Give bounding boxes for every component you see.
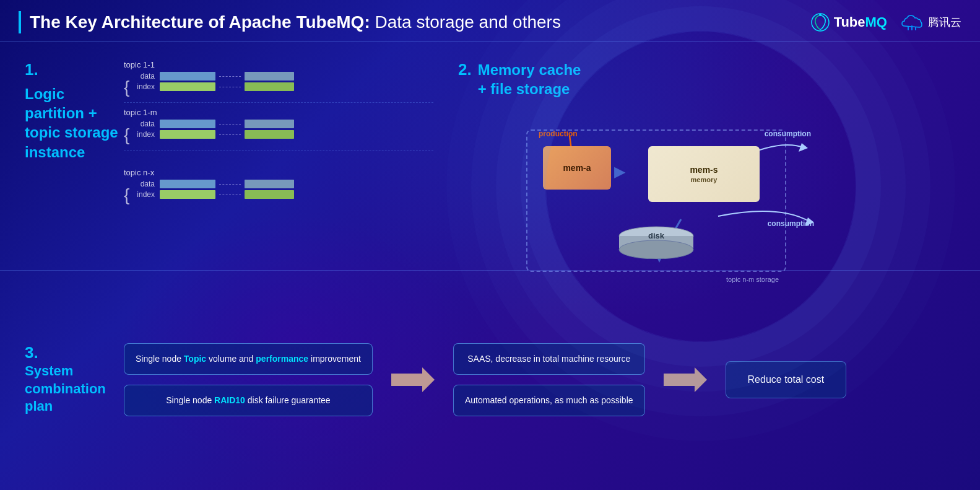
box4-text: Automated operations, as much as possibl… — [465, 395, 633, 405]
topic-1-1-index-row: index — [136, 82, 433, 91]
index-bars-nx — [160, 190, 294, 199]
tencent-logo-text: 腾讯云 — [928, 15, 961, 30]
tubemq-logo-text: TubeMQ — [834, 14, 887, 30]
bar-7 — [160, 130, 215, 139]
reduce-cost-text: Reduce total cost — [748, 374, 825, 385]
topic-n-x-rows: data index — [124, 180, 433, 199]
flow-arrow-2 — [657, 364, 713, 395]
svg-point-1 — [819, 14, 822, 16]
svg-point-0 — [812, 14, 829, 31]
bar-9 — [160, 180, 215, 188]
mem-arrow: ▶ — [614, 163, 625, 180]
box1-perf-highlight: performance — [256, 354, 308, 364]
bar-dash-4 — [219, 134, 241, 135]
bar-2 — [245, 72, 294, 81]
topic-n-x-data-row: data — [136, 180, 433, 188]
box1-plain2: volume and — [206, 354, 256, 364]
topic-n-x-label: topic n-x — [124, 168, 433, 177]
slide: The Key Architecture of Apache TubeMQ: D… — [0, 0, 980, 490]
mem-s-box: mem-s memory — [648, 146, 760, 202]
data-bars-nx — [160, 180, 294, 188]
svg-text:disk: disk — [648, 231, 665, 240]
mem-a-box: mem-a — [543, 146, 611, 190]
flow-arrow-1 — [385, 364, 441, 395]
mem-a-label: mem-a — [563, 163, 591, 173]
data-label: data — [136, 72, 155, 81]
box1-topic-highlight: Topic — [184, 354, 206, 364]
reduce-cost-box: Reduce total cost — [726, 361, 847, 398]
section-2-number: 2. — [458, 60, 472, 79]
tubemq-logo-icon — [810, 12, 830, 32]
separator-2 — [124, 150, 433, 151]
box1-plain3: improvement — [308, 354, 361, 364]
bar-6 — [245, 120, 294, 128]
topic-group-nx: topic n-x data inde — [124, 168, 433, 199]
flow-column-2: SAAS, decrease in total machine resource… — [453, 343, 645, 416]
bar-dash-3 — [219, 124, 241, 125]
flow-box-1: Single node Topic volume and performance… — [124, 343, 373, 375]
topic-1-m-index-row: index — [136, 130, 433, 139]
separator-1 — [124, 102, 433, 103]
tencent-logo: 腾讯云 — [900, 12, 961, 32]
arrow-svg-2 — [664, 364, 707, 395]
bar-10 — [245, 180, 294, 188]
index-label: index — [136, 82, 155, 91]
section-2-title: Memory cache + file storage — [478, 60, 581, 98]
section-3-label: 3. System combination plan — [25, 343, 111, 416]
topic-1-1-data-row: data — [136, 72, 433, 81]
flow-box-2: Single node RAID10 disk failure guarante… — [124, 385, 373, 416]
logic-partition-section: 1. Logic partition + topic storage insta… — [0, 42, 446, 270]
data-bars — [160, 72, 294, 81]
svg-marker-4 — [799, 143, 808, 152]
topic-group-1: topic 1-1 data inde — [124, 60, 433, 91]
bar-1 — [160, 72, 215, 81]
bar-5 — [160, 120, 215, 128]
arrow-svg-1 — [391, 364, 435, 395]
topic-n-x-index-row: index — [136, 190, 433, 199]
bar-11 — [160, 190, 215, 199]
title-bar-decoration — [19, 11, 21, 33]
flow-column-1: Single node Topic volume and performance… — [124, 343, 373, 416]
memory-cache-section: 2. Memory cache + file storage — [446, 42, 980, 270]
topic-1-m-rows: data index — [124, 120, 433, 139]
title-normal: Data storage and others — [375, 12, 561, 32]
box1-plain1: Single node — [136, 354, 184, 364]
mem-s-sublabel: memory — [691, 176, 718, 183]
data-bars-m — [160, 120, 294, 128]
mq-text: MQ — [865, 14, 887, 30]
mem-s-label: mem-s — [690, 165, 718, 175]
svg-marker-12 — [391, 367, 435, 392]
tubemq-logo: TubeMQ — [810, 12, 887, 32]
index-bars — [160, 82, 294, 91]
top-section: 1. Logic partition + topic storage insta… — [0, 42, 980, 271]
topic-group-m: topic 1-m data inde — [124, 108, 433, 139]
section-1-title: Logic partition + topic storage instance — [25, 84, 118, 162]
title-bold: The Key Architecture of Apache TubeMQ: — [30, 12, 370, 32]
topic-1-1-label: topic 1-1 — [124, 60, 433, 69]
topic-1-m-label: topic 1-m — [124, 108, 433, 117]
bar-dash — [219, 76, 241, 77]
bar-dash-6 — [219, 195, 241, 195]
tencent-cloud-icon — [900, 12, 924, 32]
flow-box-3: SAAS, decrease in total machine resource — [453, 343, 645, 375]
partition-diagram: topic 1-1 data inde — [124, 60, 433, 210]
index-label-nx: index — [136, 190, 155, 199]
data-label-m: data — [136, 120, 155, 128]
disk-container: disk — [616, 225, 696, 261]
system-combination-section: 3. System combination plan Single node T… — [0, 271, 980, 488]
bar-dash-5 — [219, 184, 241, 185]
index-label-m: index — [136, 130, 155, 139]
flow-box-4: Automated operations, as much as possibl… — [453, 385, 645, 416]
bar-4 — [245, 82, 294, 91]
index-bars-m — [160, 130, 294, 139]
box3-text: SAAS, decrease in total machine resource — [467, 354, 630, 364]
section-1-number: 1. — [25, 60, 118, 79]
box2-plain1: Single node — [166, 395, 214, 405]
section-3-number: 3. — [25, 343, 111, 362]
bar-8 — [245, 130, 294, 139]
box2-plain2: disk failure guarantee — [245, 395, 331, 405]
bar-3 — [160, 82, 215, 91]
topic-1-1-rows: data index — [124, 72, 433, 91]
tube-text: Tube — [834, 14, 865, 30]
disk-svg: disk — [616, 225, 696, 259]
